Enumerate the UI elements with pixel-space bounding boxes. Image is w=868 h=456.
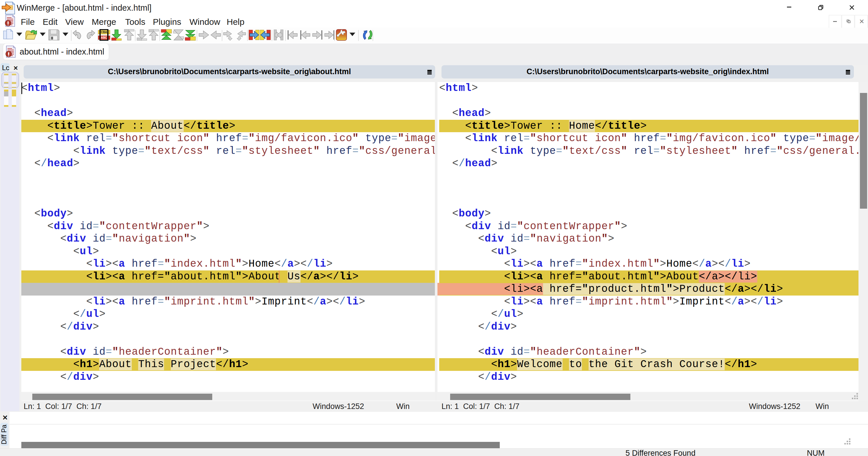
svg-text:CBA: CBA — [101, 31, 107, 34]
svg-text:ABC: ABC — [101, 36, 107, 39]
